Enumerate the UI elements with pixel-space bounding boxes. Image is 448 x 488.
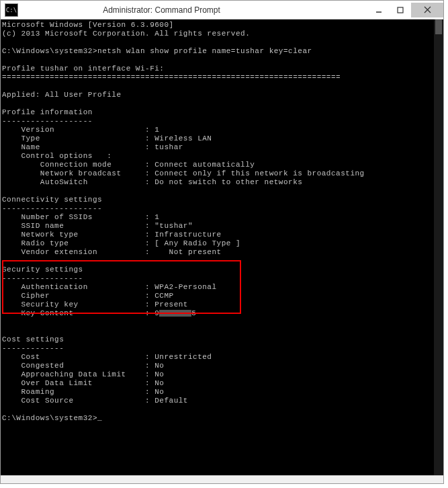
command-text: netsh wlan show profile name=tushar key=… bbox=[97, 47, 312, 55]
maximize-button[interactable] bbox=[390, 3, 411, 17]
svg-rect-1 bbox=[398, 7, 403, 13]
cursor: _ bbox=[97, 414, 102, 422]
kv-row: Cipher : bbox=[2, 292, 154, 300]
profile-info-rows: Version : 1 Type : Wireless LAN Name : t… bbox=[2, 126, 212, 160]
close-icon bbox=[424, 6, 431, 13]
security-rows: Authentication : WPA2-Personal Cipher : … bbox=[2, 283, 217, 317]
key-obscured bbox=[159, 310, 191, 317]
applied-value: All User Profile bbox=[45, 91, 122, 99]
prompt-path: C:\Windows\system32> bbox=[2, 414, 97, 422]
titlebar[interactable]: C:\ Administrator: Command Prompt bbox=[1, 1, 443, 19]
key-prefix: 9 bbox=[154, 309, 159, 317]
maximize-icon bbox=[397, 7, 404, 13]
window-title: Administrator: Command Prompt bbox=[22, 5, 301, 15]
terminal-output[interactable]: Microsoft Windows [Version 6.3.9600] (c)… bbox=[1, 19, 443, 475]
separator-line: ========================================… bbox=[2, 73, 341, 81]
kv-value: WPA2-Personal bbox=[154, 283, 216, 291]
close-button[interactable] bbox=[411, 3, 443, 17]
applied-label: Applied: bbox=[2, 91, 40, 99]
cost-rows: Cost : Unrestricted Congested : No Appro… bbox=[2, 353, 212, 405]
window-controls bbox=[368, 3, 443, 17]
section-title-cost: Cost settings bbox=[2, 335, 64, 343]
kv-row: Security key : bbox=[2, 300, 154, 309]
section-title-connectivity: Connectivity settings bbox=[2, 196, 102, 204]
minimize-icon bbox=[375, 7, 382, 13]
kv-value: CCMP bbox=[154, 292, 173, 300]
statusbar bbox=[1, 475, 443, 483]
section-title-profile: Profile information bbox=[2, 108, 93, 116]
kv-value: Present bbox=[154, 300, 188, 309]
prompt-path: C:\Windows\system32> bbox=[2, 47, 97, 55]
copyright-line: (c) 2013 Microsoft Corporation. All righ… bbox=[2, 30, 250, 38]
section-underline: ------------------- bbox=[2, 117, 93, 125]
section-underline: ----------------- bbox=[2, 274, 83, 282]
app-icon: C:\ bbox=[5, 3, 18, 17]
profile-header: Profile tushar on interface Wi-Fi: bbox=[2, 65, 164, 73]
version-line: Microsoft Windows [Version 6.3.9600] bbox=[2, 21, 174, 29]
section-title-security: Security settings bbox=[2, 266, 83, 274]
scroll-thumb[interactable] bbox=[435, 19, 442, 34]
section-underline: ------------- bbox=[2, 344, 64, 352]
scrollbar[interactable] bbox=[434, 19, 443, 475]
section-underline: --------------------- bbox=[2, 204, 102, 212]
profile-info-subrows: Connection mode : Connect automatically … bbox=[2, 161, 365, 186]
kv-row: Key Content : bbox=[2, 309, 154, 317]
connectivity-rows: Number of SSIDs : 1 SSID name : "tushar"… bbox=[2, 213, 240, 256]
minimize-button[interactable] bbox=[368, 3, 390, 17]
command-prompt-window: C:\ Administrator: Command Prompt Micros… bbox=[0, 0, 444, 484]
key-suffix: 5 bbox=[191, 309, 196, 317]
kv-row: Authentication : bbox=[2, 283, 154, 291]
